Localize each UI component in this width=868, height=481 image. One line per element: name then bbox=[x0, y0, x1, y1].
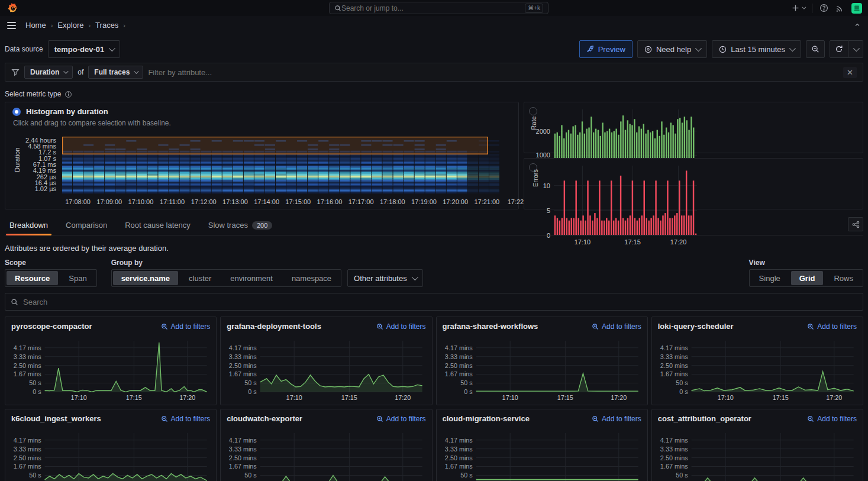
add-to-filters-button[interactable]: Add to filters bbox=[161, 322, 211, 331]
scope-option-span[interactable]: Span bbox=[60, 271, 95, 285]
service-sparkline[interactable]: 4.17 mins3.33 mins2.50 mins1.67 mins50 s… bbox=[439, 428, 643, 481]
service-sparkline[interactable]: 4.17 mins3.33 mins2.50 mins1.67 mins50 s… bbox=[223, 336, 427, 402]
other-attributes-select[interactable]: Other attributes bbox=[347, 269, 423, 287]
service-grid: pyroscope-compactorAdd to filters4.17 mi… bbox=[5, 317, 863, 481]
heatmap-x-tick: 17:13:00 bbox=[222, 198, 248, 205]
service-sparkline[interactable]: 4.17 mins3.33 mins2.50 mins1.67 mins50 s… bbox=[654, 336, 858, 402]
svg-text:50 s: 50 s bbox=[676, 472, 688, 479]
clock-icon bbox=[719, 46, 727, 53]
add-new-button[interactable] bbox=[792, 4, 805, 12]
svg-text:1.67 mins: 1.67 mins bbox=[444, 463, 472, 470]
add-to-filters-button[interactable]: Add to filters bbox=[376, 322, 426, 331]
service-name: pyroscope-compactor bbox=[11, 322, 92, 331]
refresh-button[interactable] bbox=[830, 40, 848, 58]
search-plus-icon bbox=[592, 323, 599, 330]
add-to-filters-button[interactable]: Add to filters bbox=[161, 415, 211, 423]
add-to-filters-button[interactable]: Add to filters bbox=[592, 322, 641, 331]
heatmap-x-tick: 17:08:00 bbox=[65, 198, 91, 205]
add-to-filters-button[interactable]: Add to filters bbox=[592, 415, 641, 423]
global-search[interactable]: ⌘+k bbox=[329, 2, 548, 14]
info-circle-icon[interactable] bbox=[64, 91, 72, 98]
service-sparkline[interactable]: 4.17 mins3.33 mins2.50 mins1.67 mins50 s… bbox=[439, 336, 643, 402]
breakdown-search-input[interactable] bbox=[23, 298, 857, 306]
view-option-single[interactable]: Single bbox=[751, 271, 789, 285]
filter-attribute-input[interactable] bbox=[148, 68, 838, 77]
svg-text:17:10: 17:10 bbox=[575, 238, 591, 246]
svg-text:2.50 mins: 2.50 mins bbox=[229, 362, 257, 369]
need-help-button[interactable]: Need help bbox=[637, 40, 707, 58]
breadcrumb-explore[interactable]: Explore bbox=[57, 21, 83, 30]
service-sparkline[interactable]: 4.17 mins3.33 mins2.50 mins1.67 mins50 s… bbox=[654, 428, 858, 481]
heatmap-x-tick: 17:19:00 bbox=[411, 198, 437, 205]
datasource-select[interactable]: tempo-dev-01 bbox=[48, 40, 121, 58]
duration-filter-pill[interactable]: Duration bbox=[24, 66, 73, 79]
duration-heatmap[interactable] bbox=[62, 137, 511, 193]
histogram-radio-selected[interactable] bbox=[12, 108, 21, 116]
rate-panel[interactable]: Rate 01000200017:1017:1517:20 bbox=[524, 102, 863, 153]
news-rss-icon[interactable] bbox=[835, 4, 844, 12]
clear-filter-button[interactable]: ✕ bbox=[843, 67, 857, 78]
tab-comparison-label: Comparison bbox=[66, 221, 107, 230]
tab-comparison[interactable]: Comparison bbox=[61, 217, 112, 235]
attributes-order-note: Attributes are ordered by their average … bbox=[5, 244, 863, 253]
tab-breakdown-label: Breakdown bbox=[9, 221, 48, 230]
groupby-option-cluster[interactable]: cluster bbox=[180, 271, 220, 285]
tab-slow-traces[interactable]: Slow traces 200 bbox=[204, 217, 277, 235]
breadcrumb-traces[interactable]: Traces bbox=[95, 21, 118, 30]
service-panel-loki-query-scheduler: loki-query-schedulerAdd to filters4.17 m… bbox=[651, 317, 863, 405]
collapse-chevron-up-icon[interactable] bbox=[854, 21, 861, 30]
groupby-option-namespace[interactable]: namespace bbox=[283, 271, 340, 285]
tab-root-cause-latency[interactable]: Root cause latency bbox=[120, 217, 195, 235]
svg-text:4.17 mins: 4.17 mins bbox=[14, 437, 41, 444]
tab-breakdown[interactable]: Breakdown bbox=[5, 217, 53, 235]
full-traces-pill[interactable]: Full traces bbox=[88, 66, 143, 79]
svg-text:1.67 mins: 1.67 mins bbox=[229, 463, 257, 470]
add-to-filters-button[interactable]: Add to filters bbox=[376, 415, 426, 423]
svg-text:17:10: 17:10 bbox=[717, 394, 733, 401]
global-search-input[interactable] bbox=[341, 4, 525, 12]
svg-text:2000: 2000 bbox=[536, 128, 550, 135]
add-to-filters-button[interactable]: Add to filters bbox=[807, 322, 857, 331]
errors-panel[interactable]: Errors 051017:1017:1517:20 bbox=[524, 158, 863, 209]
add-to-filters-button[interactable]: Add to filters bbox=[807, 415, 857, 423]
help-icon[interactable] bbox=[819, 4, 828, 12]
service-panel-cloudwatch-exporter: cloudwatch-exporterAdd to filters4.17 mi… bbox=[220, 409, 432, 481]
scope-option-resource[interactable]: Resource bbox=[7, 271, 58, 285]
groupby-option-service-name[interactable]: service.name bbox=[113, 271, 178, 285]
breadcrumb-home[interactable]: Home bbox=[25, 21, 46, 30]
service-sparkline[interactable]: 4.17 mins3.33 mins2.50 mins1.67 mins50 s… bbox=[8, 428, 211, 481]
breadcrumb-separator: › bbox=[123, 22, 125, 29]
view-option-grid[interactable]: Grid bbox=[791, 271, 824, 285]
zoom-out-button[interactable] bbox=[806, 40, 825, 58]
breakdown-search[interactable] bbox=[5, 293, 863, 311]
chevron-down-icon bbox=[64, 69, 69, 73]
divider bbox=[812, 4, 812, 13]
service-sparkline[interactable]: 4.17 mins3.33 mins2.50 mins1.67 mins50 s… bbox=[223, 428, 427, 481]
results-tabs: Breakdown Comparison Root cause latency … bbox=[5, 217, 863, 235]
refresh-interval-dropdown[interactable] bbox=[848, 40, 863, 58]
service-panel-grafana-shared-workflows: grafana-shared-workflowsAdd to filters4.… bbox=[436, 317, 648, 405]
share-button[interactable] bbox=[848, 217, 863, 231]
service-name: grafana-shared-workflows bbox=[443, 322, 538, 331]
grafana-logo[interactable] bbox=[7, 3, 18, 14]
menu-toggle-icon[interactable] bbox=[7, 22, 16, 29]
scope-label: Scope bbox=[5, 259, 97, 267]
svg-text:50 s: 50 s bbox=[245, 472, 257, 479]
groupby-option-environment[interactable]: environment bbox=[222, 271, 281, 285]
svg-text:2.50 mins: 2.50 mins bbox=[660, 362, 688, 369]
user-avatar[interactable] bbox=[851, 3, 862, 14]
service-sparkline[interactable]: 4.17 mins3.33 mins2.50 mins1.67 mins50 s… bbox=[8, 336, 211, 402]
svg-text:0 s: 0 s bbox=[249, 388, 257, 395]
view-option-rows[interactable]: Rows bbox=[825, 271, 861, 285]
tab-root-cause-latency-label: Root cause latency bbox=[125, 221, 191, 230]
tab-slow-traces-label: Slow traces bbox=[208, 221, 248, 230]
search-shortcut-badge: ⌘+k bbox=[525, 4, 543, 13]
svg-text:10: 10 bbox=[543, 182, 550, 189]
svg-text:1.67 mins: 1.67 mins bbox=[14, 463, 41, 470]
preview-button[interactable]: Preview bbox=[579, 40, 633, 58]
heatmap-x-ticks: 17:08:0017:09:0017:10:0017:11:0017:12:00… bbox=[62, 198, 518, 206]
time-range-picker[interactable]: Last 15 minutes bbox=[712, 40, 801, 58]
rocket-icon bbox=[586, 46, 594, 53]
heatmap-y-ticks: 2.44 hours4.58 mins17.2 s1.07 s67.1 ms4.… bbox=[12, 137, 60, 193]
add-to-filters-label: Add to filters bbox=[817, 322, 857, 331]
